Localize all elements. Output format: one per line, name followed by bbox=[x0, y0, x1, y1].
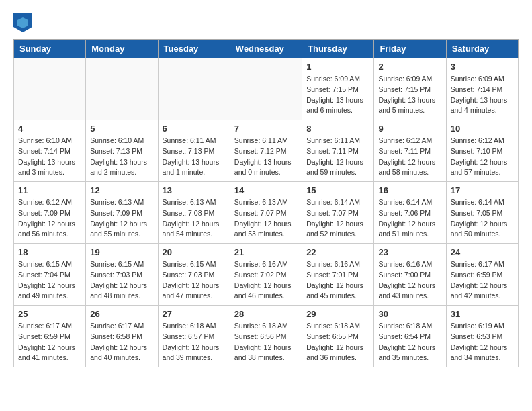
calendar-cell: 7Sunrise: 6:11 AMSunset: 7:12 PMDaylight… bbox=[230, 120, 302, 182]
day-info: Sunrise: 6:16 AMSunset: 7:01 PMDaylight:… bbox=[306, 259, 369, 302]
col-header-monday: Monday bbox=[86, 40, 158, 58]
day-info: Sunrise: 6:11 AMSunset: 7:13 PMDaylight:… bbox=[163, 136, 226, 178]
day-info: Sunrise: 6:12 AMSunset: 7:10 PMDaylight:… bbox=[451, 136, 514, 178]
day-info: Sunrise: 6:11 AMSunset: 7:11 PMDaylight:… bbox=[306, 136, 369, 178]
calendar-cell: 8Sunrise: 6:11 AMSunset: 7:11 PMDaylight… bbox=[302, 120, 374, 182]
day-info: Sunrise: 6:13 AMSunset: 7:09 PMDaylight:… bbox=[90, 197, 153, 240]
day-info: Sunrise: 6:13 AMSunset: 7:07 PMDaylight:… bbox=[234, 197, 298, 240]
day-info: Sunrise: 6:18 AMSunset: 6:57 PMDaylight:… bbox=[163, 321, 226, 363]
day-info: Sunrise: 6:15 AMSunset: 7:03 PMDaylight:… bbox=[163, 259, 226, 302]
day-number: 9 bbox=[378, 124, 441, 134]
day-number: 4 bbox=[18, 124, 81, 134]
calendar-cell: 30Sunrise: 6:18 AMSunset: 6:54 PMDayligh… bbox=[374, 306, 446, 367]
calendar-cell: 20Sunrise: 6:15 AMSunset: 7:03 PMDayligh… bbox=[158, 244, 230, 306]
day-info: Sunrise: 6:19 AMSunset: 6:53 PMDaylight:… bbox=[451, 321, 514, 363]
day-number: 11 bbox=[18, 185, 81, 195]
logo-icon bbox=[13, 13, 32, 32]
day-number: 28 bbox=[234, 309, 298, 319]
calendar-cell: 25Sunrise: 6:17 AMSunset: 6:59 PMDayligh… bbox=[14, 306, 86, 367]
day-number: 31 bbox=[451, 309, 514, 319]
day-number: 25 bbox=[18, 309, 81, 319]
calendar-cell: 29Sunrise: 6:18 AMSunset: 6:55 PMDayligh… bbox=[302, 306, 374, 367]
day-number: 1 bbox=[306, 62, 369, 72]
day-info: Sunrise: 6:16 AMSunset: 7:02 PMDaylight:… bbox=[234, 259, 298, 302]
day-info: Sunrise: 6:10 AMSunset: 7:13 PMDaylight:… bbox=[90, 136, 153, 178]
calendar-cell bbox=[14, 58, 86, 120]
day-info: Sunrise: 6:09 AMSunset: 7:15 PMDaylight:… bbox=[306, 74, 369, 116]
calendar-cell: 17Sunrise: 6:14 AMSunset: 7:05 PMDayligh… bbox=[446, 182, 518, 244]
col-header-sunday: Sunday bbox=[14, 40, 86, 58]
calendar-cell: 31Sunrise: 6:19 AMSunset: 6:53 PMDayligh… bbox=[446, 306, 518, 367]
col-header-thursday: Thursday bbox=[302, 40, 374, 58]
col-header-saturday: Saturday bbox=[446, 40, 518, 58]
day-number: 27 bbox=[163, 309, 226, 319]
week-row-3: 11Sunrise: 6:12 AMSunset: 7:09 PMDayligh… bbox=[14, 182, 519, 244]
day-info: Sunrise: 6:14 AMSunset: 7:05 PMDaylight:… bbox=[451, 197, 514, 240]
calendar-cell: 21Sunrise: 6:16 AMSunset: 7:02 PMDayligh… bbox=[230, 244, 302, 306]
calendar-cell: 19Sunrise: 6:15 AMSunset: 7:03 PMDayligh… bbox=[86, 244, 158, 306]
header bbox=[13, 13, 519, 32]
calendar-cell: 12Sunrise: 6:13 AMSunset: 7:09 PMDayligh… bbox=[86, 182, 158, 244]
day-info: Sunrise: 6:11 AMSunset: 7:12 PMDaylight:… bbox=[234, 136, 298, 178]
day-info: Sunrise: 6:12 AMSunset: 7:09 PMDaylight:… bbox=[18, 197, 81, 240]
col-header-tuesday: Tuesday bbox=[158, 40, 230, 58]
calendar-cell: 9Sunrise: 6:12 AMSunset: 7:11 PMDaylight… bbox=[374, 120, 446, 182]
day-number: 15 bbox=[306, 185, 369, 195]
calendar-cell bbox=[86, 58, 158, 120]
week-row-5: 25Sunrise: 6:17 AMSunset: 6:59 PMDayligh… bbox=[14, 306, 519, 367]
day-info: Sunrise: 6:09 AMSunset: 7:14 PMDaylight:… bbox=[451, 74, 514, 116]
day-info: Sunrise: 6:18 AMSunset: 6:56 PMDaylight:… bbox=[234, 321, 298, 363]
calendar-cell: 1Sunrise: 6:09 AMSunset: 7:15 PMDaylight… bbox=[302, 58, 374, 120]
day-number: 12 bbox=[90, 185, 153, 195]
day-info: Sunrise: 6:10 AMSunset: 7:14 PMDaylight:… bbox=[18, 136, 81, 178]
day-number: 7 bbox=[234, 124, 298, 134]
calendar-cell: 13Sunrise: 6:13 AMSunset: 7:08 PMDayligh… bbox=[158, 182, 230, 244]
day-number: 16 bbox=[378, 185, 441, 195]
calendar-cell: 11Sunrise: 6:12 AMSunset: 7:09 PMDayligh… bbox=[14, 182, 86, 244]
logo bbox=[13, 13, 35, 32]
day-number: 5 bbox=[90, 124, 153, 134]
calendar-table: SundayMondayTuesdayWednesdayThursdayFrid… bbox=[13, 39, 519, 367]
day-number: 20 bbox=[163, 247, 226, 257]
calendar-cell: 18Sunrise: 6:15 AMSunset: 7:04 PMDayligh… bbox=[14, 244, 86, 306]
day-info: Sunrise: 6:18 AMSunset: 6:55 PMDaylight:… bbox=[306, 321, 369, 363]
calendar-cell bbox=[230, 58, 302, 120]
day-info: Sunrise: 6:15 AMSunset: 7:04 PMDaylight:… bbox=[18, 259, 81, 302]
day-info: Sunrise: 6:17 AMSunset: 6:58 PMDaylight:… bbox=[90, 321, 153, 363]
day-info: Sunrise: 6:14 AMSunset: 7:06 PMDaylight:… bbox=[378, 197, 441, 240]
calendar-cell: 16Sunrise: 6:14 AMSunset: 7:06 PMDayligh… bbox=[374, 182, 446, 244]
day-number: 14 bbox=[234, 185, 298, 195]
week-row-1: 1Sunrise: 6:09 AMSunset: 7:15 PMDaylight… bbox=[14, 58, 519, 120]
calendar-cell: 26Sunrise: 6:17 AMSunset: 6:58 PMDayligh… bbox=[86, 306, 158, 367]
calendar-cell: 24Sunrise: 6:17 AMSunset: 6:59 PMDayligh… bbox=[446, 244, 518, 306]
day-number: 18 bbox=[18, 247, 81, 257]
day-number: 3 bbox=[451, 62, 514, 72]
week-row-2: 4Sunrise: 6:10 AMSunset: 7:14 PMDaylight… bbox=[14, 120, 519, 182]
day-info: Sunrise: 6:13 AMSunset: 7:08 PMDaylight:… bbox=[163, 197, 226, 240]
day-info: Sunrise: 6:14 AMSunset: 7:07 PMDaylight:… bbox=[306, 197, 369, 240]
day-number: 30 bbox=[378, 309, 441, 319]
calendar-cell: 15Sunrise: 6:14 AMSunset: 7:07 PMDayligh… bbox=[302, 182, 374, 244]
day-number: 23 bbox=[378, 247, 441, 257]
day-number: 2 bbox=[378, 62, 441, 72]
day-number: 13 bbox=[163, 185, 226, 195]
day-number: 19 bbox=[90, 247, 153, 257]
week-row-4: 18Sunrise: 6:15 AMSunset: 7:04 PMDayligh… bbox=[14, 244, 519, 306]
calendar-cell bbox=[158, 58, 230, 120]
calendar-cell: 22Sunrise: 6:16 AMSunset: 7:01 PMDayligh… bbox=[302, 244, 374, 306]
calendar-cell: 4Sunrise: 6:10 AMSunset: 7:14 PMDaylight… bbox=[14, 120, 86, 182]
day-number: 17 bbox=[451, 185, 514, 195]
day-number: 22 bbox=[306, 247, 369, 257]
day-number: 26 bbox=[90, 309, 153, 319]
col-header-friday: Friday bbox=[374, 40, 446, 58]
day-number: 8 bbox=[306, 124, 369, 134]
day-number: 21 bbox=[234, 247, 298, 257]
day-info: Sunrise: 6:15 AMSunset: 7:03 PMDaylight:… bbox=[90, 259, 153, 302]
calendar-cell: 2Sunrise: 6:09 AMSunset: 7:15 PMDaylight… bbox=[374, 58, 446, 120]
day-info: Sunrise: 6:18 AMSunset: 6:54 PMDaylight:… bbox=[378, 321, 441, 363]
day-info: Sunrise: 6:12 AMSunset: 7:11 PMDaylight:… bbox=[378, 136, 441, 178]
day-number: 29 bbox=[306, 309, 369, 319]
calendar-cell: 3Sunrise: 6:09 AMSunset: 7:14 PMDaylight… bbox=[446, 58, 518, 120]
day-number: 24 bbox=[451, 247, 514, 257]
header-row: SundayMondayTuesdayWednesdayThursdayFrid… bbox=[14, 40, 519, 58]
